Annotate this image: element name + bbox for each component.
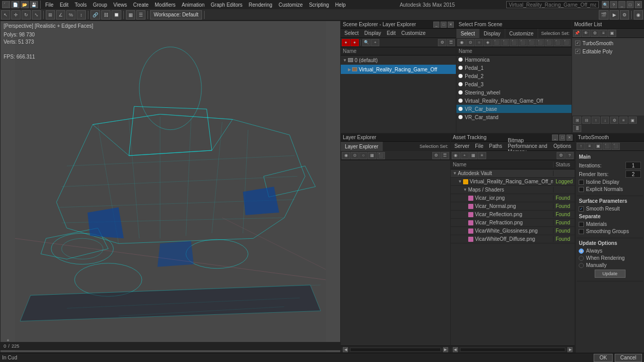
search-icon[interactable]: 🔍: [602, 1, 609, 8]
sfs-list[interactable]: Harmonica Pedal_1 Pedal_2 Pedal_3: [456, 55, 572, 133]
se-color-filter[interactable]: ●: [342, 39, 350, 46]
ts-tb3[interactable]: ▣: [594, 143, 602, 150]
menu-file[interactable]: File: [43, 0, 56, 9]
se-add[interactable]: +: [371, 39, 379, 46]
scene-explorer-tree[interactable]: ▼ 0 (default) ▶ Virtual_Reality_Racing_G…: [341, 55, 456, 133]
sfs-item-pedal2[interactable]: Pedal_2: [456, 72, 572, 80]
mod-icon7[interactable]: ▣: [629, 117, 637, 124]
modifier-turbosmooth[interactable]: ✓ TurboSmooth: [573, 39, 643, 47]
mod-icon2[interactable]: ⊟: [582, 117, 591, 124]
material-editor-btn[interactable]: ◉: [634, 10, 643, 20]
menu-tools[interactable]: Tools: [72, 0, 89, 9]
at-row-vicarwhite-diffuse[interactable]: VicarWhiteOff_Diffuse.png Found: [451, 235, 575, 243]
le-scroll-track[interactable]: [350, 348, 441, 352]
le-btn5[interactable]: ⬛: [377, 152, 385, 159]
at-scroll-left[interactable]: ◀: [453, 347, 458, 352]
at-tb-btn3[interactable]: ▦: [469, 152, 477, 159]
help-icon[interactable]: ?: [610, 1, 617, 8]
menu-views[interactable]: Views: [111, 0, 130, 9]
sfs-btn13[interactable]: ⬛: [562, 39, 571, 46]
menu-group[interactable]: Group: [90, 0, 110, 9]
at-maximize[interactable]: □: [559, 135, 565, 141]
ts-render-iters-input[interactable]: [625, 170, 641, 178]
ts-smoothing-check[interactable]: [579, 229, 584, 234]
select-mode-btn[interactable]: ↖: [1, 10, 10, 20]
ts-tb1[interactable]: ↑: [577, 143, 585, 150]
new-btn[interactable]: 📄: [11, 1, 20, 8]
sfs-btn9[interactable]: ⬛: [527, 39, 536, 46]
link-btn[interactable]: 🔗: [90, 10, 100, 20]
ts-always-radio[interactable]: ●: [579, 249, 584, 254]
at-tb-btn6[interactable]: ?: [565, 152, 574, 159]
sfs-tab-display[interactable]: Display: [480, 29, 505, 38]
sfs-tab-select[interactable]: Select: [456, 29, 480, 38]
at-table-body[interactable]: ▼ Autodesk Vault ▼ Virtual_Reality_Racin…: [451, 169, 575, 346]
menu-scripting[interactable]: Scripting: [306, 0, 332, 9]
ok-button[interactable]: OK: [594, 354, 612, 362]
at-tb-btn2[interactable]: +: [461, 152, 469, 159]
sfs-btn10[interactable]: ⬛: [536, 39, 544, 46]
scene-explorer-menu-customize[interactable]: Customize: [399, 29, 428, 38]
ts-materials-check[interactable]: [579, 222, 584, 227]
menu-animation[interactable]: Animation: [179, 0, 207, 9]
at-menu-file[interactable]: File: [472, 142, 486, 151]
snaps-toggle[interactable]: ⊞: [46, 10, 55, 20]
se-search[interactable]: 🔍: [362, 39, 371, 46]
bind-btn[interactable]: 🔲: [112, 10, 121, 20]
scene-explorer-menu-display[interactable]: Display: [362, 29, 384, 38]
modifier-editable-poly[interactable]: ✓ Editable Poly: [573, 47, 643, 55]
sfs-item-pedal1[interactable]: Pedal_1: [456, 64, 572, 72]
ts-tb4[interactable]: ⬛: [603, 143, 611, 150]
se-filter2[interactable]: ●: [351, 39, 359, 46]
menu-customize[interactable]: Customize: [276, 0, 305, 9]
at-row-vicar-refraction[interactable]: Vicar_Refraction.png Found: [451, 219, 575, 227]
ts-when-rendering-radio[interactable]: [579, 256, 584, 261]
at-row-vr-file[interactable]: ▼ Virtual_Reality_Racing_Game_Off_max_vr…: [451, 178, 575, 186]
menu-help[interactable]: Help: [333, 0, 348, 9]
le-btn3[interactable]: ○: [359, 152, 367, 159]
le-settings[interactable]: ⚙: [432, 152, 440, 159]
mod-nav-btn[interactable]: ≡: [599, 30, 608, 37]
ts-manually-radio[interactable]: [579, 263, 584, 268]
sfs-btn4[interactable]: ◈: [484, 39, 492, 46]
quick-render-btn[interactable]: ▶: [610, 10, 619, 20]
menu-create[interactable]: Create: [131, 0, 151, 9]
app-icon[interactable]: ⬛: [2, 1, 10, 8]
scene-explorer-minimize[interactable]: _: [433, 22, 439, 28]
at-row-vault[interactable]: ▼ Autodesk Vault: [451, 169, 575, 178]
close-icon[interactable]: ✕: [635, 1, 642, 8]
at-menu-bitmap[interactable]: Bitmap Performance and Memory: [505, 142, 550, 151]
layers-btn[interactable]: ▦: [126, 10, 135, 20]
le-tab-layer[interactable]: Layer Explorer: [341, 142, 383, 151]
rotate-btn[interactable]: ↻: [22, 10, 31, 20]
menu-edit[interactable]: Edit: [57, 0, 71, 9]
ts-smooth-check[interactable]: ✓: [579, 206, 584, 212]
at-menu-server[interactable]: Server: [452, 142, 472, 151]
at-tb-btn5[interactable]: ⚙: [557, 152, 565, 159]
sfs-item-vr-racing[interactable]: Virtual_Reality_Racing_Game_Off: [456, 97, 572, 105]
move-btn[interactable]: ✛: [11, 10, 21, 20]
save-btn[interactable]: 💾: [30, 1, 38, 8]
mod-show-btn[interactable]: 👁: [582, 30, 590, 37]
ts-tb5[interactable]: ⬛: [612, 143, 620, 150]
angle-snap[interactable]: ∠: [56, 10, 65, 20]
le-btn2[interactable]: ⊙: [351, 152, 359, 159]
sfs-btn12[interactable]: ⬛: [554, 39, 562, 46]
at-row-vicar-reflection[interactable]: Vicar_Reflection.png Found: [451, 211, 575, 219]
sfs-btn5[interactable]: ⬛: [492, 39, 501, 46]
at-tb-btn4[interactable]: ≡: [478, 152, 486, 159]
mod-icon3[interactable]: ↑: [592, 117, 600, 124]
at-row-vicar-normal[interactable]: Vicar_Normal.png Found: [451, 202, 575, 211]
mod-icon6[interactable]: ≡: [619, 117, 628, 124]
at-minimize[interactable]: _: [552, 135, 558, 141]
tree-item-default[interactable]: ▼ 0 (default): [341, 55, 456, 65]
tree-item-vr-racing[interactable]: ▶ Virtual_Reality_Racing_Game_Off: [341, 65, 456, 74]
le-tree[interactable]: [341, 160, 450, 346]
at-scroll[interactable]: ◀ ▶: [451, 346, 575, 353]
search-input[interactable]: [506, 1, 599, 8]
scene-explorer-close[interactable]: ✕: [448, 22, 454, 28]
le-scroll[interactable]: ◀ ▶: [341, 346, 450, 353]
spinner-snap[interactable]: ↕: [77, 10, 86, 20]
sfs-btn8[interactable]: ⬛: [519, 39, 527, 46]
modifier-list[interactable]: ✓ TurboSmooth ✓ Editable Poly: [572, 38, 644, 116]
